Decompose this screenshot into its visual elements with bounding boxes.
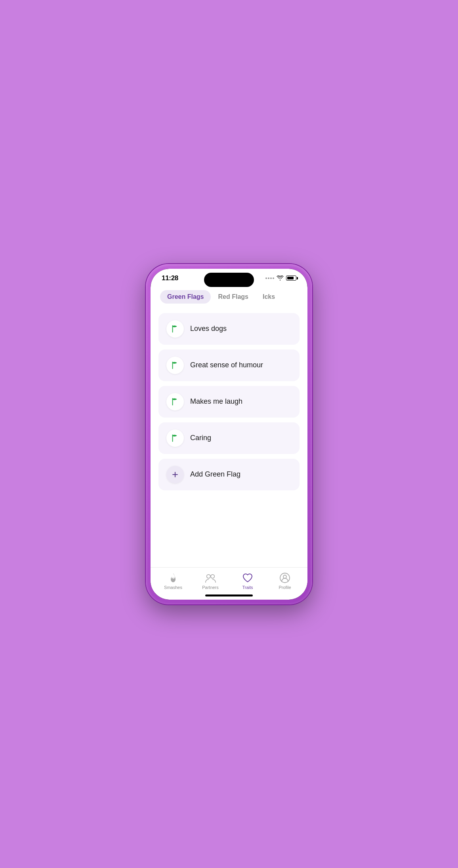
- green-flag-icon-circle: [166, 393, 184, 410]
- flag-item-loves-dogs[interactable]: Loves dogs: [158, 313, 300, 345]
- status-time: 11:28: [162, 274, 178, 282]
- person-circle-icon: [279, 572, 290, 583]
- main-content: Green Flags Red Flags Icks: [151, 284, 307, 567]
- people-icon: [205, 572, 216, 583]
- flag-label: Makes me laugh: [190, 397, 242, 406]
- add-green-flag-button[interactable]: Add Green Flag: [158, 459, 300, 490]
- add-flag-label: Add Green Flag: [190, 470, 240, 479]
- tab-green-flags[interactable]: Green Flags: [160, 290, 211, 304]
- phone-screen: 11:28: [151, 269, 307, 600]
- tab-bar: Green Flags Red Flags Icks: [158, 290, 300, 304]
- nav-item-profile[interactable]: Profile: [273, 572, 297, 590]
- heart-icon: [242, 572, 253, 583]
- green-flag-icon: [171, 434, 179, 443]
- tab-red-flags[interactable]: Red Flags: [211, 290, 255, 304]
- green-flag-icon: [171, 397, 179, 406]
- green-flag-icon-circle: [166, 429, 184, 447]
- green-flag-icon: [171, 361, 179, 370]
- nav-item-traits[interactable]: Traits: [236, 572, 260, 590]
- flag-label: Loves dogs: [190, 325, 227, 333]
- add-icon-circle: [166, 466, 184, 483]
- nav-label-partners: Partners: [202, 585, 219, 590]
- svg-point-0: [207, 574, 210, 578]
- green-flag-icon: [171, 325, 179, 333]
- flag-item-caring[interactable]: Caring: [158, 422, 300, 454]
- flag-list: Loves dogs Great sense of humour: [158, 313, 300, 490]
- tab-icks[interactable]: Icks: [256, 290, 282, 304]
- battery-icon: [286, 275, 296, 281]
- flag-label: Caring: [190, 434, 211, 442]
- flag-item-great-sense[interactable]: Great sense of humour: [158, 349, 300, 381]
- green-flag-icon-circle: [166, 320, 184, 338]
- home-indicator: [205, 594, 253, 596]
- nav-item-partners[interactable]: Partners: [198, 572, 222, 590]
- flag-label: Great sense of humour: [190, 361, 263, 369]
- wifi-icon: [277, 275, 284, 281]
- plus-icon: [171, 471, 179, 479]
- notch: [204, 273, 254, 287]
- flag-item-makes-laugh[interactable]: Makes me laugh: [158, 386, 300, 418]
- nav-item-smashes[interactable]: Smashes: [161, 572, 185, 590]
- phone-inner: 11:28: [151, 269, 307, 600]
- phone-frame: 11:28: [146, 264, 312, 604]
- nav-label-traits: Traits: [242, 585, 253, 590]
- svg-point-3: [283, 575, 286, 578]
- flame-icon: [168, 572, 179, 583]
- svg-point-1: [211, 574, 214, 578]
- status-icons: [265, 275, 296, 281]
- nav-label-smashes: Smashes: [164, 585, 182, 590]
- signal-dots-icon: [265, 277, 274, 279]
- green-flag-icon-circle: [166, 357, 184, 374]
- nav-label-profile: Profile: [279, 585, 291, 590]
- bottom-nav: Smashes Partners: [151, 567, 307, 593]
